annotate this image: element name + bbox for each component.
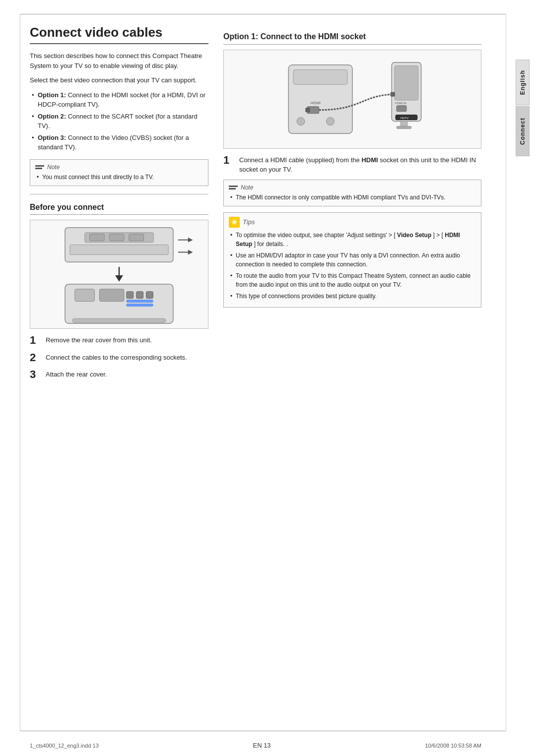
step-text-1: Remove the rear cover from this unit. [46,334,152,345]
footer: 1_cts4000_12_eng3.indd 13 EN 13 10/6/200… [30,742,481,749]
svg-point-26 [327,117,335,125]
option1-title: Option 1: Connect to the HDMI socket [223,32,481,45]
note-list-right: The HDMI connector is only compatible wi… [229,193,476,202]
note-label-left: Note [47,164,60,171]
right-column: Option 1: Connect to the HDMI socket HDM… [223,25,481,726]
note-box-right: Note The HDMI connector is only compatib… [223,180,481,206]
svg-rect-18 [127,300,153,303]
list-item: The HDMI connector is only compatible wi… [229,193,476,202]
list-item: You must connect this unit directly to a… [35,173,203,182]
tips-box: ✳ Tips To optimise the video output, see… [223,212,481,308]
svg-marker-7 [188,238,193,243]
svg-rect-14 [99,289,124,302]
svg-rect-19 [127,304,153,307]
page-border-left [20,14,20,731]
list-item: Option 1: Connect to the HDMI socket (fo… [30,90,208,110]
svg-rect-36 [391,92,395,96]
svg-rect-5 [129,234,144,241]
tips-label: Tips [243,218,255,226]
hdmi-step-item-1: 1 Connect a HDMI cable (supplied) from t… [223,154,481,175]
step-text-3: Attach the rear cover. [46,368,107,379]
step-text-2: Connect the cables to the corresponding … [46,351,187,363]
svg-text:HDMI IN: HDMI IN [395,102,406,105]
intro-paragraph-1: This section describes how to connect th… [30,51,208,70]
step-number-1: 1 [30,334,41,347]
sidebar-connect-label: Connect [516,106,530,156]
svg-rect-34 [397,126,411,128]
svg-rect-17 [146,292,153,299]
hdmi-step-text: Connect a HDMI cable (supplied) from the… [239,154,481,175]
svg-rect-3 [90,234,105,241]
list-item: To optimise the video output, see chapte… [229,231,476,249]
hdmi-bold: HDMI [361,156,378,164]
svg-marker-9 [188,250,193,255]
footer-right: 10/6/2008 10:53:58 AM [425,743,481,749]
page-title: Connect video cables [30,25,208,44]
step-number-2: 2 [30,351,41,364]
before-connect-illustration [30,220,208,329]
before-connect-steps: 1 Remove the rear cover from this unit. … [30,334,208,381]
svg-rect-30 [397,106,406,112]
note-list-left: You must connect this unit directly to a… [35,173,203,182]
svg-rect-13 [75,289,95,302]
step-item-2: 2 Connect the cables to the correspondin… [30,351,208,364]
page-border-bottom [20,731,506,731]
left-column: Connect video cables This section descri… [30,25,208,726]
svg-point-25 [297,117,305,125]
svg-marker-11 [115,275,123,282]
sidebar-tabs: English Connect [509,60,536,156]
svg-rect-20 [72,319,166,323]
list-item: Option 2: Connect to the SCART socket (f… [30,112,208,131]
divider-before-connect [30,194,208,194]
page-border-right [506,14,506,731]
sidebar-english-label: English [516,60,530,105]
before-connect-title: Before you connect [30,202,208,215]
svg-rect-15 [127,292,134,299]
svg-rect-16 [136,292,143,299]
option2-label: Option 2: [38,113,66,120]
svg-rect-22 [293,69,347,84]
list-item: This type of connections provides best p… [229,292,476,301]
hdmi-step-number: 1 [223,154,234,167]
hdmi-illustration: HDMI HDMI IN HDTV [223,50,481,149]
svg-text:HDMI: HDMI [311,101,321,105]
svg-rect-4 [109,234,124,241]
step-item-3: 3 Attach the rear cover. [30,368,208,381]
note-icon-right [229,186,238,189]
hdmi-steps: 1 Connect a HDMI cable (supplied) from t… [223,154,481,175]
tips-header: ✳ Tips [229,217,476,228]
svg-rect-33 [401,121,407,126]
note-header: Note [35,164,203,171]
tips-list: To optimise the video output, see chapte… [229,231,476,301]
list-item: Option 3: Connect to the Video (CVBS) so… [30,133,208,152]
page-border-top [20,14,506,14]
option1-label: Option 1: [38,91,66,99]
tips-icon: ✳ [229,217,240,228]
footer-page: EN 13 [253,742,270,749]
list-item: Use an HDMI/DVI adaptor in case your TV … [229,251,476,269]
note-header-right: Note [229,184,476,191]
note-icon [35,165,44,169]
main-content: Connect video cables This section descri… [30,25,481,726]
step-number-3: 3 [30,368,41,381]
svg-text:HDTV: HDTV [401,116,408,119]
svg-rect-2 [70,245,168,255]
option3-label: Option 3: [38,134,66,141]
footer-left: 1_cts4000_12_eng3.indd 13 [30,743,99,749]
intro-paragraph-2: Select the best video connection that yo… [30,75,208,85]
step-item-1: 1 Remove the rear cover from this unit. [30,334,208,347]
note-label-right: Note [241,184,253,191]
note-box-left: Note You must connect this unit directly… [30,159,208,186]
svg-rect-35 [306,108,310,112]
list-item: To route the audio from your TV to this … [229,271,476,289]
options-list: Option 1: Connect to the HDMI socket (fo… [30,90,208,152]
svg-rect-28 [395,65,418,100]
